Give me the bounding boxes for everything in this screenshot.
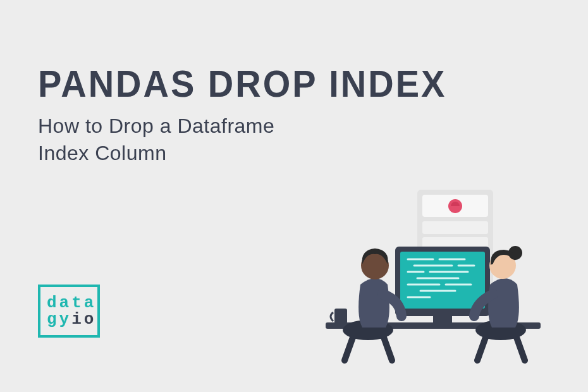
- svg-rect-11: [424, 322, 462, 326]
- svg-point-25: [383, 264, 388, 269]
- logo-line-1: data: [47, 295, 97, 311]
- people-coding-illustration: [307, 190, 560, 367]
- page-title: PANDAS DROP INDEX: [38, 62, 446, 105]
- logo-gy: gy: [47, 310, 71, 329]
- svg-rect-7: [334, 309, 347, 324]
- logo-io: io: [71, 310, 96, 329]
- logo-line-2: gyio: [47, 311, 97, 328]
- page-subtitle: How to Drop a Dataframe Index Column: [38, 113, 274, 167]
- svg-rect-3: [422, 221, 488, 234]
- subtitle-line-1: How to Drop a Dataframe: [38, 114, 274, 137]
- subtitle-line-2: Index Column: [38, 142, 166, 164]
- svg-point-29: [490, 264, 495, 269]
- logo: data gyio: [38, 285, 100, 338]
